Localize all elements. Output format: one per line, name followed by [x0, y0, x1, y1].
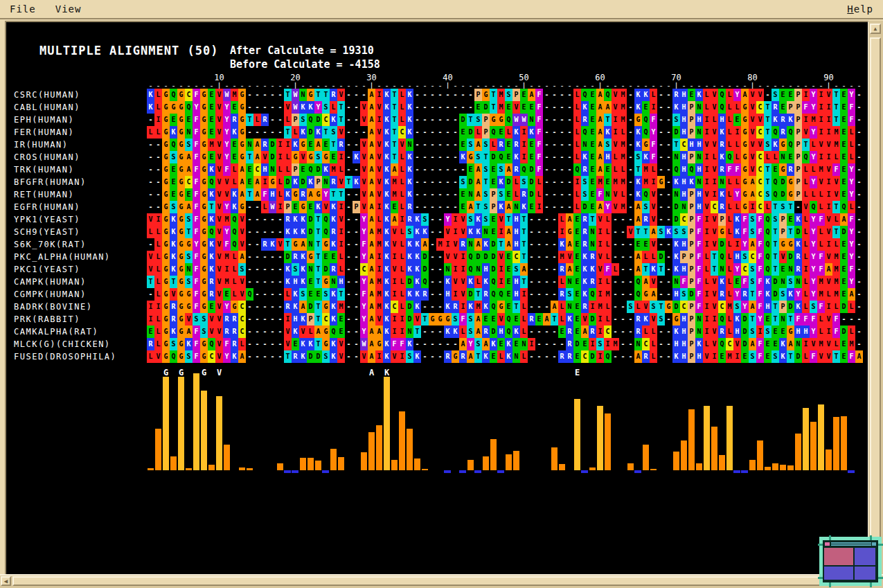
navigator-pane[interactable]: [855, 567, 875, 580]
residue-cell: -: [612, 213, 619, 226]
residue-cell: N: [406, 139, 413, 151]
residue-cell: G: [452, 350, 459, 363]
residue-cell: T: [170, 276, 177, 288]
residue-cell: G: [200, 338, 208, 350]
residue-cell: V: [360, 188, 368, 201]
residue-cell: Q: [307, 114, 314, 126]
residue-cell: E: [307, 139, 314, 151]
residue-cell: P: [688, 338, 695, 350]
scroll-left-button[interactable]: ◀: [1, 576, 11, 586]
residue-cell: -: [154, 201, 162, 213]
residue-cell: -: [421, 89, 429, 101]
residue-cell: -: [627, 238, 634, 251]
residue-cell: M: [375, 288, 383, 301]
residue-cell: A: [505, 226, 512, 238]
conservation-bar: [361, 452, 367, 470]
residue-cell: K: [147, 101, 154, 114]
residue-cell: R: [581, 238, 589, 251]
navigator-pane[interactable]: [855, 548, 875, 565]
residue-cell: P: [482, 126, 490, 139]
residue-cell: -: [246, 350, 253, 363]
residue-cell: L: [802, 163, 810, 176]
residue-cell: G: [322, 338, 330, 350]
residue-cell: T: [520, 226, 528, 238]
residue-cell: L: [490, 139, 497, 151]
vertical-scrollbar[interactable]: ▲: [868, 21, 883, 576]
residue-cell: V: [825, 89, 832, 101]
residue-cell: R: [261, 139, 269, 151]
residue-cell: -: [543, 301, 551, 313]
residue-cell: -: [665, 313, 672, 326]
alignment-row: LVGQGSFGCVYKA-----TRKDDSKV--VAIKVISK---R…: [147, 350, 863, 363]
alignment-grid[interactable]: KLGQGCFGEVWMG-----TWNGTTRV---AIKTLK-----…: [147, 89, 863, 363]
horizontal-scrollbar-thumb[interactable]: [12, 576, 861, 586]
residue-cell: E: [764, 350, 771, 363]
navigator-pane[interactable]: [824, 567, 853, 580]
residue-cell: I: [497, 276, 505, 288]
residue-cell: K: [406, 251, 413, 263]
residue-cell: P: [787, 101, 794, 114]
residue-cell: T: [413, 326, 421, 338]
residue-cell: -: [436, 201, 444, 213]
residue-cell: -: [261, 251, 269, 263]
residue-cell: L: [520, 313, 528, 326]
residue-cell: -: [612, 301, 619, 313]
residue-cell: G: [741, 188, 749, 201]
residue-cell: H: [680, 338, 688, 350]
residue-cell: C: [512, 251, 520, 263]
residue-cell: -: [253, 226, 261, 238]
menu-view[interactable]: View: [46, 3, 91, 15]
menu-help[interactable]: Help: [847, 3, 873, 15]
residue-cell: I: [589, 338, 596, 350]
residue-cell: I: [520, 139, 528, 151]
residue-cell: -: [459, 89, 467, 101]
residue-cell: E: [840, 114, 848, 126]
residue-cell: E: [231, 151, 238, 163]
residue-cell: Q: [246, 288, 253, 301]
residue-cell: E: [779, 263, 787, 276]
residue-cell: -: [665, 201, 672, 213]
residue-cell: -: [551, 201, 558, 213]
residue-cell: L: [604, 213, 612, 226]
residue-cell: S: [771, 213, 779, 226]
residue-cell: Q: [208, 338, 215, 350]
residue-cell: E: [337, 326, 345, 338]
residue-cell: -: [429, 114, 436, 126]
residue-cell: -: [353, 338, 360, 350]
residue-cell: V: [749, 101, 756, 114]
residue-cell: P: [688, 251, 695, 263]
residue-cell: E: [558, 326, 566, 338]
residue-cell: D: [490, 326, 497, 338]
scroll-up-button[interactable]: ▲: [870, 24, 881, 34]
residue-cell: K: [383, 326, 391, 338]
residue-cell: N: [474, 263, 482, 276]
residue-cell: V: [299, 326, 307, 338]
residue-cell: D: [794, 226, 802, 238]
residue-cell: T: [246, 114, 253, 126]
residue-cell: D: [421, 263, 429, 276]
residue-cell: A: [421, 238, 429, 251]
residue-cell: Y: [756, 313, 764, 326]
residue-cell: Q: [672, 163, 680, 176]
residue-cell: A: [505, 163, 512, 176]
residue-cell: V: [825, 139, 832, 151]
overview-navigator[interactable]: [819, 537, 882, 586]
residue-cell: P: [482, 114, 490, 126]
residue-cell: G: [375, 338, 383, 350]
residue-cell: G: [665, 301, 672, 313]
residue-cell: E: [589, 188, 596, 201]
residue-cell: V: [375, 126, 383, 139]
horizontal-scrollbar[interactable]: ◀: [0, 574, 883, 588]
residue-cell: N: [185, 126, 193, 139]
residue-cell: C: [756, 101, 764, 114]
menu-file[interactable]: File: [0, 3, 46, 15]
residue-cell: L: [231, 176, 238, 188]
vertical-scrollbar-thumb[interactable]: [870, 37, 881, 565]
residue-cell: Y: [733, 288, 741, 301]
residue-cell: Q: [421, 276, 429, 288]
residue-cell: E: [634, 238, 642, 251]
residue-cell: E: [771, 163, 779, 176]
residue-cell: -: [269, 114, 276, 126]
navigator-viewport-region[interactable]: [824, 548, 853, 565]
residue-cell: N: [482, 226, 490, 238]
